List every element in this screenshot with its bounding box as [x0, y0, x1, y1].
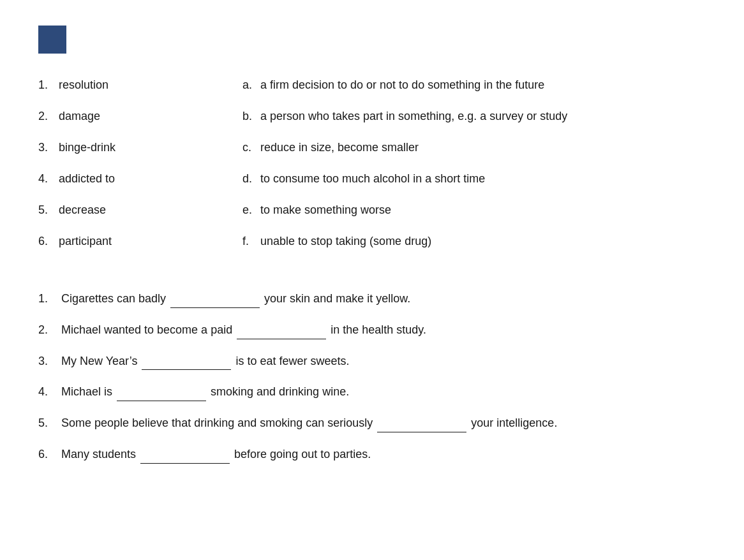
term-row: 5.decrease: [38, 202, 242, 219]
term-row: 4.addicted to: [38, 170, 242, 188]
term-row: 3.binge-drink: [38, 139, 242, 156]
term-row: 6.participant: [38, 233, 242, 250]
term-word: participant: [59, 233, 112, 250]
term-word: resolution: [59, 77, 108, 94]
definition-text: to consume too much alcohol in a short t…: [260, 170, 706, 188]
term-word: decrease: [59, 202, 106, 219]
sentence-number: 3.: [38, 352, 61, 371]
section-header: [38, 26, 706, 54]
definition-text: a firm decision to do or not to do somet…: [260, 77, 706, 94]
section-number-badge: [38, 26, 66, 54]
term-row: 2.damage: [38, 108, 242, 125]
definition-row: f.unable to stop taking (some drug): [242, 233, 706, 250]
terms-column: 1.resolution2.damage3.binge-drink4.addic…: [38, 77, 242, 264]
sentence-number: 4.: [38, 383, 61, 401]
definition-row: b.a person who takes part in something, …: [242, 108, 706, 125]
term-number: 1.: [38, 77, 59, 94]
definition-letter: b.: [242, 108, 260, 125]
fill-blank: [170, 306, 260, 308]
definition-row: c.reduce in size, become smaller: [242, 139, 706, 156]
term-number: 2.: [38, 108, 59, 125]
sentence-text: Some people believe that drinking and sm…: [61, 414, 706, 432]
fill-blank: [117, 399, 206, 401]
definitions-column: a.a firm decision to do or not to do som…: [242, 77, 706, 264]
term-number: 4.: [38, 170, 59, 188]
definition-letter: d.: [242, 170, 260, 188]
sentence-row: 2.Michael wanted to become a paid in the…: [38, 321, 706, 339]
definition-text: unable to stop taking (some drug): [260, 233, 706, 250]
sentence-row: 5.Some people believe that drinking and …: [38, 414, 706, 432]
sentence-row: 3.My New Year’s is to eat fewer sweets.: [38, 352, 706, 371]
term-number: 5.: [38, 202, 59, 219]
definition-text: reduce in size, become smaller: [260, 139, 706, 156]
definition-row: a.a firm decision to do or not to do som…: [242, 77, 706, 94]
sentence-row: 6.Many students before going out to part…: [38, 445, 706, 464]
fill-blank: [237, 337, 326, 339]
definition-text: a person who takes part in something, e.…: [260, 108, 706, 125]
definition-row: e.to make something worse: [242, 202, 706, 219]
definition-row: d.to consume too much alcohol in a short…: [242, 170, 706, 188]
definition-letter: f.: [242, 233, 260, 250]
sentence-number: 1.: [38, 290, 61, 308]
sentence-number: 5.: [38, 414, 61, 432]
term-word: binge-drink: [59, 139, 115, 156]
definition-text: to make something worse: [260, 202, 706, 219]
sentence-text: Cigarettes can badly your skin and make …: [61, 290, 706, 308]
sentence-text: Many students before going out to partie…: [61, 445, 706, 464]
sentence-text: My New Year’s is to eat fewer sweets.: [61, 352, 706, 371]
sentence-row: 1.Cigarettes can badly your skin and mak…: [38, 290, 706, 308]
definition-letter: e.: [242, 202, 260, 219]
term-word: addicted to: [59, 170, 115, 188]
fill-blank: [140, 461, 230, 464]
matching-section: 1.resolution2.damage3.binge-drink4.addic…: [38, 77, 706, 264]
fill-blank: [142, 367, 231, 370]
term-row: 1.resolution: [38, 77, 242, 94]
sentence-number: 2.: [38, 321, 61, 339]
sentence-row: 4.Michael is smoking and drinking wine.: [38, 383, 706, 401]
term-word: damage: [59, 108, 100, 125]
definition-letter: a.: [242, 77, 260, 94]
sentence-text: Michael wanted to become a paid in the h…: [61, 321, 706, 339]
definition-letter: c.: [242, 139, 260, 156]
term-number: 3.: [38, 139, 59, 156]
sentence-text: Michael is smoking and drinking wine.: [61, 383, 706, 401]
sentences-section: 1.Cigarettes can badly your skin and mak…: [38, 290, 706, 464]
sentence-number: 6.: [38, 445, 61, 464]
term-number: 6.: [38, 233, 59, 250]
fill-blank: [377, 430, 466, 432]
